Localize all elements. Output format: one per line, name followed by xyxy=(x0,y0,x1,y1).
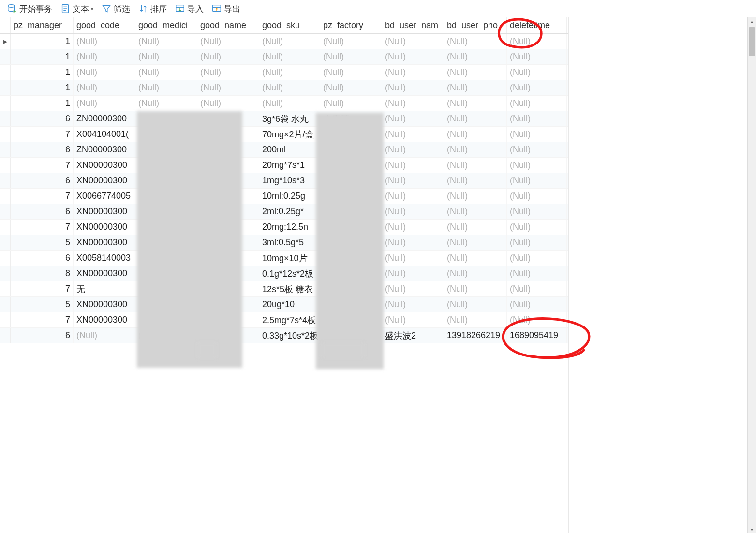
table-row[interactable]: 6ZN00000300…味丸3g*6袋 水丸大唐药(Null)(Null)(Nu… xyxy=(0,111,568,127)
cell-good_code[interactable]: XN00000300 xyxy=(74,173,135,188)
cell-good_name[interactable]: …唑 xyxy=(197,158,259,173)
cell-pz_manager_id[interactable]: 7 xyxy=(11,158,74,173)
cell-good_name[interactable] xyxy=(197,251,259,266)
cell-good_sku[interactable]: 200ml xyxy=(259,142,320,157)
cell-pz_manager_id[interactable]: 7 xyxy=(11,312,74,327)
cell-good_code[interactable]: XN00000300 xyxy=(74,204,135,219)
begin-transaction-button[interactable]: 开始事务 xyxy=(4,2,55,15)
table-row[interactable]: 6XN00000300…液2ml:0.25g*九州(Null)(Null)(Nu… xyxy=(0,204,568,220)
cell-bd_user_name[interactable]: (Null) xyxy=(382,127,444,142)
cell-good_medicine[interactable] xyxy=(135,189,197,204)
table-row[interactable]: 1(Null)(Null)(Null)(Null)(Null)(Null)(Nu… xyxy=(0,80,568,96)
cell-good_sku[interactable]: (Null) xyxy=(259,49,320,64)
cell-good_medicine[interactable] xyxy=(135,220,197,235)
cell-good_code[interactable]: (Null) xyxy=(74,34,135,49)
row-selector[interactable] xyxy=(0,65,11,80)
cell-good_code[interactable]: (Null) xyxy=(74,65,135,80)
row-selector[interactable] xyxy=(0,173,11,188)
cell-pz_factory[interactable]: 制药 xyxy=(320,189,382,204)
cell-good_code[interactable]: XN00000300 xyxy=(74,297,135,312)
table-row[interactable]: 6XN00000300…1mg*10s*3股份(Null)(Null)(Null… xyxy=(0,173,568,189)
cell-good_code[interactable]: (Null) xyxy=(74,96,135,111)
cell-good_name[interactable]: …片 xyxy=(197,297,259,312)
cell-good_name[interactable]: …内片 xyxy=(197,127,259,142)
cell-good_sku[interactable]: (Null) xyxy=(259,65,320,80)
table-row[interactable]: 5XN00000300…片20ug*10(Null)(Null)(Null) xyxy=(0,297,568,312)
scroll-down-icon[interactable]: ▾ xyxy=(748,525,756,533)
cell-bd_user_phone[interactable]: (Null) xyxy=(444,235,507,250)
cell-good_medicine[interactable] xyxy=(135,312,197,327)
cell-deletetime[interactable]: (Null) xyxy=(507,96,567,111)
column-header-bd_user_name[interactable]: bd_user_nam xyxy=(382,17,444,33)
cell-pz_manager_id[interactable]: 5 xyxy=(11,297,74,312)
cell-bd_user_phone[interactable]: (Null) xyxy=(444,189,507,204)
cell-deletetime[interactable]: (Null) xyxy=(507,49,567,64)
cell-deletetime[interactable]: (Null) xyxy=(507,204,567,219)
table-row[interactable]: 6ZN00000300…液200ml爱制药(Null)(Null)(Null) xyxy=(0,142,568,158)
cell-pz_factory[interactable]: 业 xyxy=(320,235,382,250)
filter-button[interactable]: 筛选 xyxy=(98,2,133,15)
cell-good_sku[interactable]: 2.5mg*7s*4板 xyxy=(259,312,320,327)
cell-bd_user_name[interactable]: (Null) xyxy=(382,204,444,219)
cell-deletetime[interactable]: (Null) xyxy=(507,266,567,281)
cell-good_medicine[interactable] xyxy=(135,158,197,173)
cell-deletetime[interactable]: (Null) xyxy=(507,220,567,235)
cell-good_medicine[interactable] xyxy=(135,235,197,250)
cell-bd_user_phone[interactable]: 13918266219 xyxy=(444,328,507,343)
cell-good_name[interactable] xyxy=(197,281,259,296)
cell-good_code[interactable]: (Null) xyxy=(74,80,135,95)
cell-good_medicine[interactable] xyxy=(135,297,197,312)
data-grid[interactable]: pz_manager_good_codegood_medicigood_name… xyxy=(0,17,568,533)
cell-bd_user_name[interactable]: (Null) xyxy=(382,111,444,126)
table-row[interactable]: 1(Null)(Null)(Null)(Null)(Null)(Null)(Nu… xyxy=(0,65,568,80)
cell-good_code[interactable]: XN00000300 xyxy=(74,235,135,250)
cell-good_name[interactable]: … xyxy=(197,173,259,188)
table-row[interactable]: 7X004104001(…内片70mg×2片/盒台山制(Null)(Null)(… xyxy=(0,127,568,142)
row-selector[interactable] xyxy=(0,96,11,111)
cell-deletetime[interactable]: (Null) xyxy=(507,173,567,188)
cell-good_sku[interactable]: 12s*5板 糖衣 xyxy=(259,281,320,296)
cell-pz_factory[interactable]: 台山制 xyxy=(320,127,382,142)
cell-good_name[interactable]: …液 xyxy=(197,235,259,250)
cell-pz_manager_id[interactable]: 5 xyxy=(11,235,74,250)
cell-bd_user_phone[interactable]: (Null) xyxy=(444,49,507,64)
cell-bd_user_phone[interactable]: (Null) xyxy=(444,80,507,95)
row-selector[interactable] xyxy=(0,281,11,296)
import-button[interactable]: 导入 xyxy=(172,2,207,15)
cell-bd_user_name[interactable]: (Null) xyxy=(382,34,444,49)
cell-good_name[interactable]: …味丸 xyxy=(197,111,259,126)
cell-pz_factory[interactable]: 药业 xyxy=(320,220,382,235)
row-selector[interactable] xyxy=(0,328,11,343)
cell-bd_user_name[interactable]: (Null) xyxy=(382,158,444,173)
table-row[interactable]: 8XN00000300…片0.1g*12s*2板民(Null)(Null)(Nu… xyxy=(0,266,568,281)
cell-deletetime[interactable]: (Null) xyxy=(507,65,567,80)
cell-good_code[interactable]: (Null) xyxy=(74,328,135,343)
row-selector[interactable] xyxy=(0,204,11,219)
cell-good_medicine[interactable] xyxy=(135,204,197,219)
table-row[interactable]: 7XN00000300…氯2.5mg*7s*4板份(Null)(Null)(Nu… xyxy=(0,312,568,328)
cell-deletetime[interactable]: (Null) xyxy=(507,312,567,327)
cell-good_medicine[interactable] xyxy=(135,111,197,126)
cell-good_medicine[interactable]: (Null) xyxy=(135,328,197,343)
cell-deletetime[interactable]: (Null) xyxy=(507,80,567,95)
cell-pz_factory[interactable]: 份 xyxy=(320,312,382,327)
text-button[interactable]: 文本 ▾ xyxy=(57,2,96,15)
cell-bd_user_name[interactable]: (Null) xyxy=(382,49,444,64)
cell-deletetime[interactable]: (Null) xyxy=(507,235,567,250)
row-selector[interactable] xyxy=(0,127,11,142)
cell-good_sku[interactable]: 0.33g*10s*2板 xyxy=(259,328,320,343)
row-selector-header[interactable] xyxy=(0,17,11,33)
cell-bd_user_name[interactable]: (Null) xyxy=(382,312,444,327)
sort-button[interactable]: 排序 xyxy=(135,2,170,15)
cell-bd_user_name[interactable]: (Null) xyxy=(382,266,444,281)
cell-bd_user_phone[interactable]: (Null) xyxy=(444,34,507,49)
column-header-good_name[interactable]: good_name xyxy=(197,17,259,33)
cell-pz_manager_id[interactable]: 6 xyxy=(11,328,74,343)
cell-bd_user_name[interactable]: (Null) xyxy=(382,235,444,250)
cell-good_name[interactable]: (Null) xyxy=(197,34,259,49)
cell-deletetime[interactable]: (Null) xyxy=(507,142,567,157)
cell-pz_factory[interactable]: (Null) xyxy=(320,80,382,95)
cell-deletetime[interactable]: 1689095419 xyxy=(507,328,567,343)
cell-bd_user_name[interactable]: (Null) xyxy=(382,251,444,266)
cell-good_medicine[interactable] xyxy=(135,173,197,188)
